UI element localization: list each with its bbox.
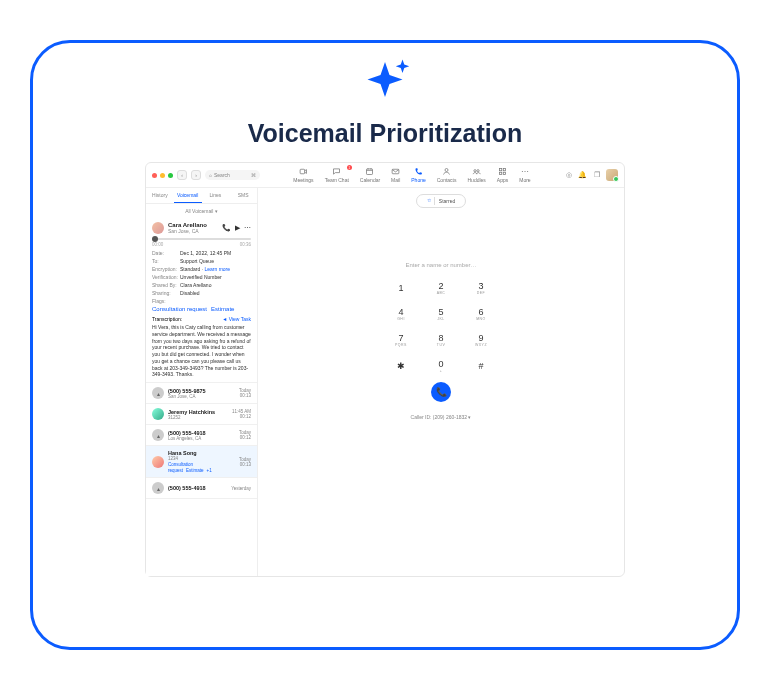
search-placeholder: Search bbox=[214, 172, 230, 178]
dial-input[interactable]: Enter a name or number… bbox=[405, 262, 476, 268]
transcription-body: Hi Vera, this is Caty calling from custo… bbox=[152, 324, 251, 378]
more-icon[interactable]: ⋯ bbox=[244, 224, 251, 232]
key-5[interactable]: 5JKL bbox=[428, 304, 454, 324]
row-flag[interactable]: +1 bbox=[207, 468, 212, 473]
nav-apps[interactable]: Apps bbox=[497, 167, 508, 183]
feature-card: Voicemail Prioritization ‹ › ⌕ Search ⌘ … bbox=[30, 40, 740, 650]
flag-estimate[interactable]: Estimate bbox=[211, 306, 234, 312]
tab-history[interactable]: History bbox=[146, 188, 174, 203]
search-icon: ⌕ bbox=[209, 172, 212, 178]
voicemail-card-expanded[interactable]: Cara Arellano San Jose, CA 📞 ▶ ⋯ 00:0000… bbox=[146, 218, 257, 383]
row-avatar-icon bbox=[152, 408, 164, 420]
row-name: (500) 555-4918 bbox=[168, 485, 227, 491]
phone-subtabs: History Voicemail Lines SMS bbox=[146, 188, 257, 204]
kbd-icon: ⌘ bbox=[251, 172, 256, 178]
transcription-label: Transcription: bbox=[152, 316, 182, 322]
back-button[interactable]: ‹ bbox=[177, 170, 187, 180]
starred-pill[interactable]: ☆ Starred bbox=[416, 194, 466, 208]
row-duration: 00:13 bbox=[239, 462, 251, 467]
call-icon[interactable]: 📞 bbox=[222, 224, 231, 232]
nav-more[interactable]: ⋯More bbox=[519, 167, 530, 183]
bell-icon[interactable]: 🔔 bbox=[578, 171, 587, 180]
play-icon[interactable]: ▶ bbox=[235, 224, 240, 232]
tab-lines[interactable]: Lines bbox=[202, 188, 230, 203]
key-9[interactable]: 9WXYZ bbox=[468, 330, 494, 350]
key-1[interactable]: 1 bbox=[388, 278, 414, 298]
key-star[interactable]: ✱ bbox=[388, 356, 414, 376]
starred-label: Starred bbox=[439, 198, 455, 204]
view-task-link[interactable]: ◄ View Task bbox=[222, 316, 251, 322]
key-2[interactable]: 2ABC bbox=[428, 278, 454, 298]
svg-rect-1 bbox=[367, 169, 373, 175]
main-panel: ☆ Starred Enter a name or number… 1 2ABC… bbox=[258, 188, 624, 576]
settings-icon[interactable]: ❐ bbox=[592, 171, 601, 180]
app-window: ‹ › ⌕ Search ⌘ Meetings 1Team Chat Calen… bbox=[145, 162, 625, 577]
tab-voicemail[interactable]: Voicemail bbox=[174, 188, 202, 203]
titlebar: ‹ › ⌕ Search ⌘ Meetings 1Team Chat Calen… bbox=[146, 163, 624, 188]
row-sub: San Jose, CA bbox=[168, 394, 235, 399]
row-flag[interactable]: Estimate bbox=[186, 468, 204, 473]
key-4[interactable]: 4GHI bbox=[388, 304, 414, 324]
nav-mail[interactable]: Mail bbox=[391, 167, 400, 183]
voicemail-row[interactable]: ▴(500) 555-9875San Jose, CAToday00:13 bbox=[146, 383, 257, 404]
row-duration: 00:13 bbox=[239, 393, 251, 398]
chat-badge: 1 bbox=[347, 165, 352, 170]
svg-rect-0 bbox=[300, 169, 305, 174]
learn-more-link[interactable]: Learn more bbox=[204, 266, 230, 272]
svg-point-5 bbox=[477, 170, 479, 172]
close-icon[interactable] bbox=[152, 173, 157, 178]
minimize-icon[interactable] bbox=[160, 173, 165, 178]
row-time: Today bbox=[239, 457, 251, 462]
voicemail-row[interactable]: ▴(500) 555-4918Yesterday bbox=[146, 478, 257, 499]
caller-id-select[interactable]: Caller ID: (209) 260-1832 ▾ bbox=[411, 414, 472, 420]
sparkle-icon bbox=[355, 57, 415, 117]
key-hash[interactable]: # bbox=[468, 356, 494, 376]
nav-meetings[interactable]: Meetings bbox=[293, 167, 313, 183]
voicemail-filter[interactable]: All Voicemail ▾ bbox=[146, 204, 257, 218]
nav-calendar[interactable]: Calendar bbox=[360, 167, 380, 183]
row-duration: 00:12 bbox=[239, 435, 251, 440]
row-time: Yesterday bbox=[231, 486, 251, 491]
time-end: 00:36 bbox=[240, 242, 251, 247]
svg-rect-6 bbox=[500, 169, 502, 171]
sidebar: History Voicemail Lines SMS All Voicemai… bbox=[146, 188, 258, 576]
voicemail-list: Cara Arellano San Jose, CA 📞 ▶ ⋯ 00:0000… bbox=[146, 218, 257, 576]
key-7[interactable]: 7PQRS bbox=[388, 330, 414, 350]
tab-sms[interactable]: SMS bbox=[229, 188, 257, 203]
svg-rect-7 bbox=[503, 169, 505, 171]
key-0[interactable]: 0+ bbox=[428, 356, 454, 376]
forward-button[interactable]: › bbox=[191, 170, 201, 180]
nav-phone[interactable]: Phone bbox=[411, 167, 425, 183]
nav-contacts[interactable]: Contacts bbox=[437, 167, 457, 183]
contact-location: San Jose, CA bbox=[168, 228, 207, 234]
maximize-icon[interactable] bbox=[168, 173, 173, 178]
time-start: 00:00 bbox=[152, 242, 163, 247]
voicemail-row[interactable]: Jeremy Hatchkins3125211:45 AM00:12 bbox=[146, 404, 257, 425]
nav-team-chat[interactable]: 1Team Chat bbox=[325, 167, 349, 183]
focus-icon[interactable]: ◎ bbox=[564, 171, 573, 180]
svg-rect-9 bbox=[503, 172, 505, 174]
key-3[interactable]: 3DEF bbox=[468, 278, 494, 298]
row-sub: 31252 bbox=[168, 415, 228, 420]
row-duration: 00:12 bbox=[232, 414, 251, 419]
svg-point-3 bbox=[445, 169, 448, 172]
avatar[interactable] bbox=[606, 169, 618, 181]
titlebar-right: ◎ 🔔 ❐ bbox=[564, 169, 618, 181]
search-input[interactable]: ⌕ Search ⌘ bbox=[205, 170, 260, 180]
row-avatar-icon: ▴ bbox=[152, 482, 164, 494]
flag-consultation[interactable]: Consultation request bbox=[152, 306, 207, 312]
window-controls[interactable] bbox=[152, 173, 173, 178]
voicemail-row[interactable]: Hana Song1234Consultation requestEstimat… bbox=[146, 446, 257, 478]
nav-huddles[interactable]: Huddles bbox=[467, 167, 485, 183]
key-6[interactable]: 6MNO bbox=[468, 304, 494, 324]
call-button[interactable]: 📞 bbox=[431, 382, 451, 402]
row-avatar-icon: ▴ bbox=[152, 429, 164, 441]
key-8[interactable]: 8TUV bbox=[428, 330, 454, 350]
dialpad: 1 2ABC 3DEF 4GHI 5JKL 6MNO 7PQRS 8TUV 9W… bbox=[388, 278, 494, 376]
playback-slider[interactable] bbox=[152, 238, 251, 240]
voicemail-row[interactable]: ▴(500) 555-4918Los Angeles, CAToday00:12 bbox=[146, 425, 257, 446]
app-body: History Voicemail Lines SMS All Voicemai… bbox=[146, 188, 624, 576]
star-icon: ☆ bbox=[427, 197, 435, 205]
row-avatar-icon bbox=[152, 456, 164, 468]
contact-avatar bbox=[152, 222, 164, 234]
